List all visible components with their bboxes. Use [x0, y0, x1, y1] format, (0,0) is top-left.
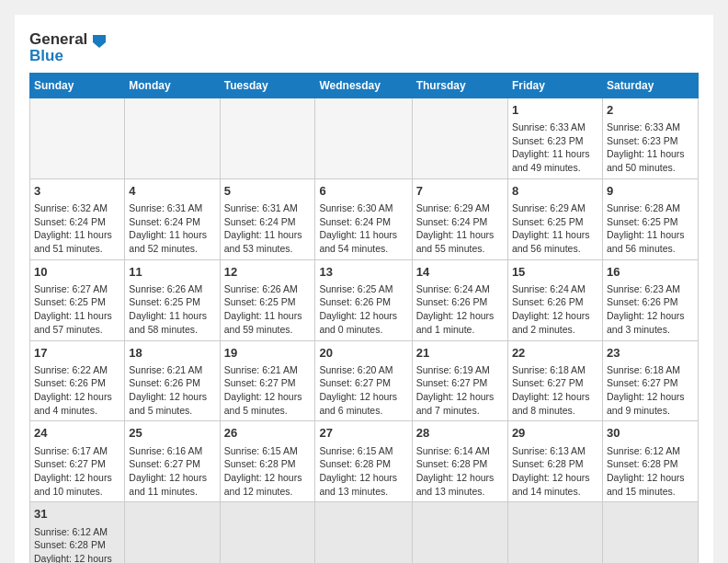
calendar-cell: 24Sunrise: 6:17 AMSunset: 6:27 PMDayligh… — [30, 421, 125, 502]
day-number: 3 — [34, 183, 120, 200]
calendar-cell — [507, 502, 602, 563]
sunrise-text: Sunrise: 6:33 AM — [512, 121, 598, 134]
day-number: 18 — [129, 345, 215, 362]
daylight-text: Daylight: 12 hours and 0 minutes. — [319, 309, 407, 336]
page-header: General Blue — [29, 29, 699, 65]
day-number: 21 — [416, 345, 504, 362]
daylight-text: Daylight: 12 hours and 5 minutes. — [129, 390, 215, 417]
calendar-cell: 16Sunrise: 6:23 AMSunset: 6:26 PMDayligh… — [602, 259, 698, 340]
svg-marker-0 — [93, 35, 106, 42]
sunset-text: Sunset: 6:28 PM — [224, 457, 312, 471]
calendar-cell: 22Sunrise: 6:18 AMSunset: 6:27 PMDayligh… — [507, 340, 602, 421]
sunrise-text: Sunrise: 6:26 AM — [224, 282, 312, 296]
col-header-wednesday: Wednesday — [315, 73, 412, 98]
sunrise-text: Sunrise: 6:13 AM — [512, 444, 598, 458]
sunrise-text: Sunrise: 6:30 AM — [319, 201, 407, 215]
sunrise-text: Sunrise: 6:18 AM — [607, 363, 694, 377]
calendar-cell — [315, 502, 412, 563]
col-header-saturday: Saturday — [602, 73, 698, 98]
day-number: 26 — [224, 425, 312, 442]
day-number: 13 — [319, 264, 407, 281]
sunrise-text: Sunrise: 6:12 AM — [607, 444, 694, 458]
svg-marker-1 — [93, 42, 106, 48]
sunrise-text: Sunrise: 6:12 AM — [34, 525, 120, 539]
calendar-cell — [125, 502, 220, 563]
calendar-cell — [125, 98, 220, 178]
day-number: 20 — [319, 345, 407, 362]
day-number: 9 — [607, 183, 694, 200]
sunrise-text: Sunrise: 6:19 AM — [416, 363, 504, 377]
sunrise-text: Sunrise: 6:21 AM — [129, 363, 215, 377]
sunset-text: Sunset: 6:25 PM — [34, 295, 120, 309]
day-number: 12 — [224, 264, 312, 281]
daylight-text: Daylight: 11 hours and 59 minutes. — [224, 309, 312, 336]
sunset-text: Sunset: 6:24 PM — [129, 215, 215, 229]
day-number: 17 — [34, 345, 120, 362]
sunset-text: Sunset: 6:26 PM — [129, 376, 215, 390]
week-row-5: 31Sunrise: 6:12 AMSunset: 6:28 PMDayligh… — [30, 502, 699, 563]
day-number: 5 — [224, 183, 312, 200]
daylight-text: Daylight: 11 hours and 53 minutes. — [224, 228, 312, 255]
daylight-text: Daylight: 12 hours and 8 minutes. — [512, 390, 598, 417]
daylight-text: Daylight: 11 hours and 56 minutes. — [512, 228, 598, 255]
calendar-cell: 31Sunrise: 6:12 AMSunset: 6:28 PMDayligh… — [30, 502, 125, 563]
sunset-text: Sunset: 6:28 PM — [416, 457, 504, 471]
day-number: 23 — [607, 345, 694, 362]
sunset-text: Sunset: 6:26 PM — [512, 295, 598, 309]
calendar-cell: 18Sunrise: 6:21 AMSunset: 6:26 PMDayligh… — [125, 340, 220, 421]
daylight-text: Daylight: 11 hours and 57 minutes. — [34, 309, 120, 336]
day-number: 25 — [129, 425, 215, 442]
day-number: 30 — [607, 425, 694, 442]
daylight-text: Daylight: 11 hours and 56 minutes. — [607, 228, 694, 255]
daylight-text: Daylight: 12 hours and 15 minutes. — [607, 471, 694, 498]
sunset-text: Sunset: 6:23 PM — [607, 134, 694, 148]
sunset-text: Sunset: 6:25 PM — [512, 215, 598, 229]
calendar-cell: 15Sunrise: 6:24 AMSunset: 6:26 PMDayligh… — [507, 259, 602, 340]
calendar-cell: 5Sunrise: 6:31 AMSunset: 6:24 PMDaylight… — [220, 178, 315, 259]
sunset-text: Sunset: 6:26 PM — [34, 376, 120, 390]
day-number: 4 — [129, 183, 215, 200]
calendar-cell: 7Sunrise: 6:29 AMSunset: 6:24 PMDaylight… — [412, 178, 507, 259]
calendar-cell: 29Sunrise: 6:13 AMSunset: 6:28 PMDayligh… — [507, 421, 602, 502]
sunrise-text: Sunrise: 6:23 AM — [607, 282, 694, 296]
daylight-text: Daylight: 11 hours and 55 minutes. — [416, 228, 504, 255]
calendar-cell — [30, 98, 125, 178]
calendar-cell: 19Sunrise: 6:21 AMSunset: 6:27 PMDayligh… — [220, 340, 315, 421]
calendar-cell: 6Sunrise: 6:30 AMSunset: 6:24 PMDaylight… — [315, 178, 412, 259]
logo-general-label: General — [29, 31, 87, 49]
daylight-text: Daylight: 12 hours and 10 minutes. — [34, 471, 120, 498]
sunset-text: Sunset: 6:28 PM — [512, 457, 598, 471]
sunrise-text: Sunrise: 6:27 AM — [34, 282, 120, 296]
calendar-cell: 26Sunrise: 6:15 AMSunset: 6:28 PMDayligh… — [220, 421, 315, 502]
sunrise-text: Sunrise: 6:29 AM — [512, 201, 598, 215]
daylight-text: Daylight: 11 hours and 51 minutes. — [34, 228, 120, 255]
calendar-cell: 9Sunrise: 6:28 AMSunset: 6:25 PMDaylight… — [602, 178, 698, 259]
calendar-cell: 23Sunrise: 6:18 AMSunset: 6:27 PMDayligh… — [602, 340, 698, 421]
day-number: 29 — [512, 425, 598, 442]
week-row-1: 3Sunrise: 6:32 AMSunset: 6:24 PMDaylight… — [30, 178, 699, 259]
sunset-text: Sunset: 6:25 PM — [224, 295, 312, 309]
sunset-text: Sunset: 6:26 PM — [416, 295, 504, 309]
calendar-cell: 25Sunrise: 6:16 AMSunset: 6:27 PMDayligh… — [125, 421, 220, 502]
sunset-text: Sunset: 6:27 PM — [224, 376, 312, 390]
day-number: 7 — [416, 183, 504, 200]
sunrise-text: Sunrise: 6:17 AM — [34, 444, 120, 458]
calendar-cell: 13Sunrise: 6:25 AMSunset: 6:26 PMDayligh… — [315, 259, 412, 340]
daylight-text: Daylight: 12 hours and 5 minutes. — [224, 390, 312, 417]
sunset-text: Sunset: 6:26 PM — [319, 295, 407, 309]
day-number: 27 — [319, 425, 407, 442]
sunset-text: Sunset: 6:27 PM — [416, 376, 504, 390]
calendar-cell: 21Sunrise: 6:19 AMSunset: 6:27 PMDayligh… — [412, 340, 507, 421]
calendar-cell — [220, 502, 315, 563]
sunrise-text: Sunrise: 6:31 AM — [129, 201, 215, 215]
logo-blue-label: Blue — [29, 48, 63, 65]
logo-container: General Blue — [29, 29, 109, 65]
sunset-text: Sunset: 6:28 PM — [607, 457, 694, 471]
sunrise-text: Sunrise: 6:15 AM — [319, 444, 407, 458]
sunset-text: Sunset: 6:28 PM — [34, 538, 120, 552]
day-number: 28 — [416, 425, 504, 442]
sunset-text: Sunset: 6:25 PM — [129, 295, 215, 309]
week-row-4: 24Sunrise: 6:17 AMSunset: 6:27 PMDayligh… — [30, 421, 699, 502]
daylight-text: Daylight: 12 hours and 2 minutes. — [512, 309, 598, 336]
day-number: 16 — [607, 264, 694, 281]
